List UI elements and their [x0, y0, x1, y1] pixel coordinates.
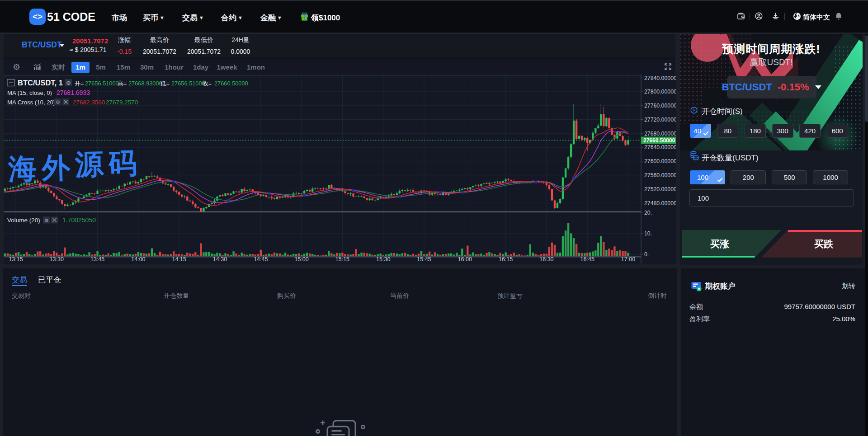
svg-text:⚙: ⚙	[66, 80, 71, 86]
svg-text:27640.00000: 27640.00000	[644, 144, 676, 150]
svg-text:13:45: 13:45	[90, 256, 104, 263]
svg-text:15:00: 15:00	[294, 256, 308, 263]
svg-text:15:15: 15:15	[335, 256, 349, 263]
svg-text:27679.2570: 27679.2570	[106, 99, 138, 106]
svg-text:BTC/USDT, 1: BTC/USDT, 1	[18, 79, 63, 87]
svg-text:27681.6933: 27681.6933	[57, 89, 90, 96]
svg-text:16:00: 16:00	[458, 256, 472, 263]
svg-text:15:45: 15:45	[417, 256, 431, 263]
svg-text:27480.00000: 27480.00000	[644, 200, 676, 206]
svg-text:Volume (20): Volume (20)	[7, 217, 40, 224]
svg-text:买跌: 买跌	[814, 239, 834, 249]
svg-text:27660.50000: 27660.50000	[643, 137, 675, 144]
svg-text:27682.3560: 27682.3560	[73, 99, 105, 106]
svg-text:0.: 0.	[644, 251, 649, 258]
svg-text:27560.00000: 27560.00000	[644, 172, 676, 178]
svg-text:27680.00000: 27680.00000	[644, 131, 676, 137]
svg-text:15:30: 15:30	[376, 256, 390, 263]
svg-text:MA Cross (10, 20): MA Cross (10, 20)	[7, 99, 55, 106]
svg-text:13:30: 13:30	[50, 256, 64, 263]
svg-text:14:00: 14:00	[131, 256, 145, 263]
svg-text:17:00: 17:00	[621, 256, 635, 263]
svg-text:14:45: 14:45	[254, 256, 268, 263]
svg-text:27520.00000: 27520.00000	[644, 186, 676, 192]
svg-text:27720.00000: 27720.00000	[644, 117, 676, 123]
svg-text:16:30: 16:30	[539, 256, 553, 263]
svg-text:MA (15, close, 0): MA (15, close, 0)	[7, 89, 52, 96]
svg-text:⚙: ⚙	[56, 99, 60, 105]
svg-text:20.: 20.	[644, 210, 652, 216]
svg-text:10.: 10.	[644, 230, 652, 237]
svg-text:⚙: ⚙	[44, 218, 49, 223]
svg-text:开=27656.51000高=27668.93000低=27: 开=27656.51000高=27668.93000低=27656.51000收…	[75, 80, 248, 87]
svg-text:16:45: 16:45	[580, 256, 594, 263]
svg-text:14:15: 14:15	[172, 256, 186, 263]
svg-text:16:15: 16:15	[499, 256, 513, 263]
svg-text:27760.00000: 27760.00000	[644, 103, 676, 109]
svg-text:1.70025050: 1.70025050	[62, 216, 96, 224]
svg-text:14:30: 14:30	[213, 256, 227, 263]
svg-text:买涨: 买涨	[710, 239, 730, 249]
svg-text:13:15: 13:15	[9, 256, 23, 263]
svg-text:27600.00000: 27600.00000	[644, 158, 676, 164]
svg-text:27840.00000: 27840.00000	[644, 75, 676, 81]
svg-text:27800.00000: 27800.00000	[644, 89, 676, 95]
